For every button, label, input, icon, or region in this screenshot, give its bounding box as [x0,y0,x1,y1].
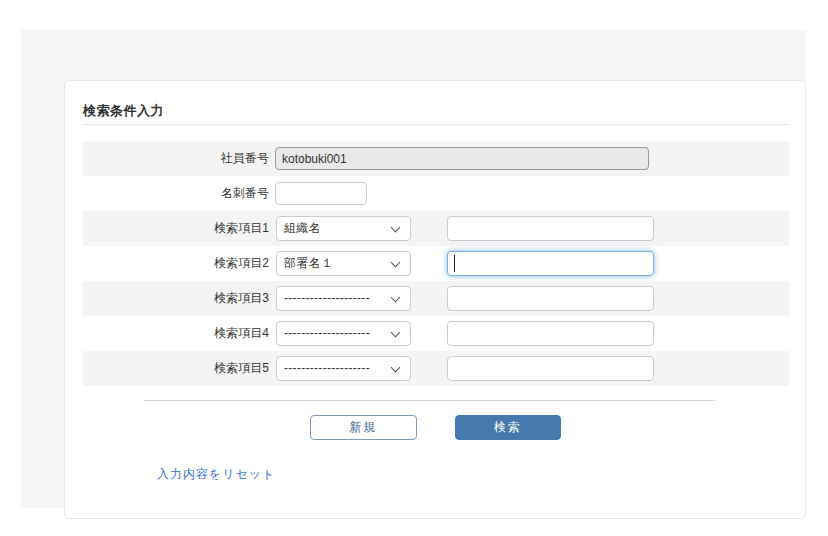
card-number-input[interactable] [275,182,367,205]
search-item-4-label: 検索項目4 [83,316,269,351]
row-search-item-5: 検索項目5 -------------------- [83,351,789,386]
search-item-5-select-value: -------------------- [284,357,370,380]
row-search-item-3: 検索項目3 -------------------- [83,281,789,316]
chevron-down-icon [391,258,401,268]
employee-number-label: 社員番号 [83,141,269,176]
search-item-4-select[interactable]: -------------------- [276,321,411,346]
search-item-5-label: 検索項目5 [83,351,269,386]
search-item-3-label: 検索項目3 [83,281,269,316]
search-item-1-input[interactable] [447,216,654,241]
new-button[interactable]: 新規 [310,415,417,440]
row-search-item-1: 検索項目1 組織名 [83,211,789,246]
row-employee-number: 社員番号 [83,141,789,176]
row-card-number: 名刺番号 [83,176,789,211]
row-search-item-4: 検索項目4 -------------------- [83,316,789,351]
search-item-2-select[interactable]: 部署名１ [276,251,411,276]
row-search-item-2: 検索項目2 部署名１ [83,246,789,281]
search-button[interactable]: 検索 [455,415,561,440]
employee-number-input[interactable] [275,147,649,170]
form-rows: 社員番号 名刺番号 検索項目1 組織名 検索項目2 部署名１ [83,141,789,386]
search-item-2-input[interactable] [447,251,654,276]
search-item-5-input[interactable] [447,356,654,381]
title-divider [83,124,789,125]
text-cursor [454,255,455,272]
search-item-1-label: 検索項目1 [83,211,269,246]
search-item-3-input[interactable] [447,286,654,311]
page-title: 検索条件入力 [83,102,164,120]
search-condition-card: 検索条件入力 社員番号 名刺番号 検索項目1 組織名 検索項目2 [64,80,806,519]
chevron-down-icon [391,223,401,233]
search-item-3-select[interactable]: -------------------- [276,286,411,311]
chevron-down-icon [391,363,401,373]
reset-input-link[interactable]: 入力内容をリセット [157,466,275,483]
chevron-down-icon [391,293,401,303]
search-item-4-input[interactable] [447,321,654,346]
actions-divider [144,400,715,401]
search-item-1-select-value: 組織名 [284,217,321,240]
card-number-label: 名刺番号 [83,176,269,211]
search-item-2-label: 検索項目2 [83,246,269,281]
app-background: 検索条件入力 社員番号 名刺番号 検索項目1 組織名 検索項目2 [21,30,806,508]
chevron-down-icon [391,328,401,338]
search-item-3-select-value: -------------------- [284,287,370,310]
search-item-4-select-value: -------------------- [284,322,370,345]
search-item-2-select-value: 部署名１ [284,252,333,275]
search-item-1-select[interactable]: 組織名 [276,216,411,241]
search-item-5-select[interactable]: -------------------- [276,356,411,381]
